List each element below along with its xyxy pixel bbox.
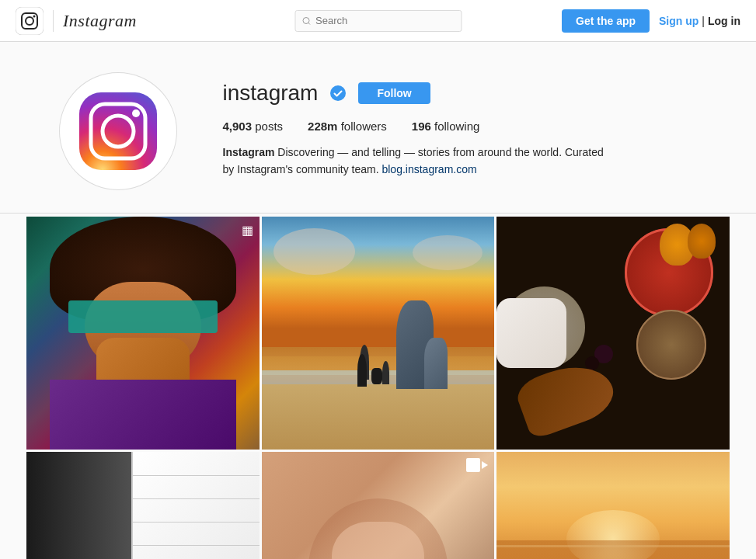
photo-cell-3[interactable] — [496, 217, 730, 450]
grid-section: ▦ — [0, 213, 756, 559]
bio-link[interactable]: blog.instagram.com — [381, 163, 476, 175]
search-input[interactable] — [315, 15, 440, 26]
following-count: 196 — [412, 120, 431, 133]
header-divider — [53, 10, 54, 32]
profile-bio: Instagram Discovering — and telling — st… — [223, 144, 611, 179]
sign-up-link[interactable]: Sign up — [659, 15, 699, 27]
posts-count: 4,903 — [223, 120, 253, 133]
svg-point-8 — [132, 109, 140, 117]
svg-point-9 — [330, 85, 346, 101]
search-bar[interactable] — [294, 10, 462, 32]
photo-grid: ▦ — [15, 217, 741, 559]
auth-separator: | — [702, 15, 705, 27]
profile-avatar-image — [68, 81, 169, 182]
profile-stats: 4,903 posts 228m followers 196 following — [223, 120, 697, 133]
photo-cell-1[interactable]: ▦ — [26, 217, 260, 450]
profile-inner: instagram Follow 4,903 posts 228m follow… — [29, 73, 728, 189]
instagram-logo-icon — [16, 7, 44, 35]
header: Instagram Get the app Sign up | Log in — [0, 0, 756, 42]
photo-cell-4[interactable] — [26, 452, 260, 559]
logo-text: Instagram — [63, 11, 137, 31]
svg-point-4 — [303, 17, 309, 23]
header-left: Instagram — [16, 7, 137, 35]
posts-stat: 4,903 posts — [223, 120, 284, 133]
avatar — [60, 73, 176, 189]
followers-label: followers — [341, 120, 387, 133]
photo-cell-6[interactable] — [496, 452, 730, 559]
follow-button[interactable]: Follow — [358, 82, 430, 104]
get-app-button[interactable]: Get the app — [562, 9, 650, 33]
bio-username: Instagram — [223, 146, 275, 158]
profile-info: instagram Follow 4,903 posts 228m follow… — [223, 73, 697, 179]
photo-cell-5[interactable] — [262, 452, 495, 559]
posts-label: posts — [255, 120, 283, 133]
svg-point-3 — [33, 15, 36, 17]
header-right: Get the app Sign up | Log in — [562, 9, 740, 33]
followers-count: 228m — [308, 120, 337, 133]
photo-cell-2[interactable] — [262, 217, 495, 450]
following-label: following — [434, 120, 479, 133]
header-auth: Sign up | Log in — [659, 15, 740, 27]
verified-badge-icon — [330, 85, 346, 101]
log-in-link[interactable]: Log in — [708, 15, 740, 27]
following-stat: 196 following — [412, 120, 480, 133]
followers-stat: 228m followers — [308, 120, 387, 133]
header-center — [294, 10, 462, 32]
search-icon — [301, 16, 311, 26]
svg-rect-0 — [16, 7, 44, 35]
profile-section: instagram Follow 4,903 posts 228m follow… — [0, 42, 756, 213]
profile-header-row: instagram Follow — [223, 81, 697, 106]
profile-username: instagram — [223, 81, 319, 106]
